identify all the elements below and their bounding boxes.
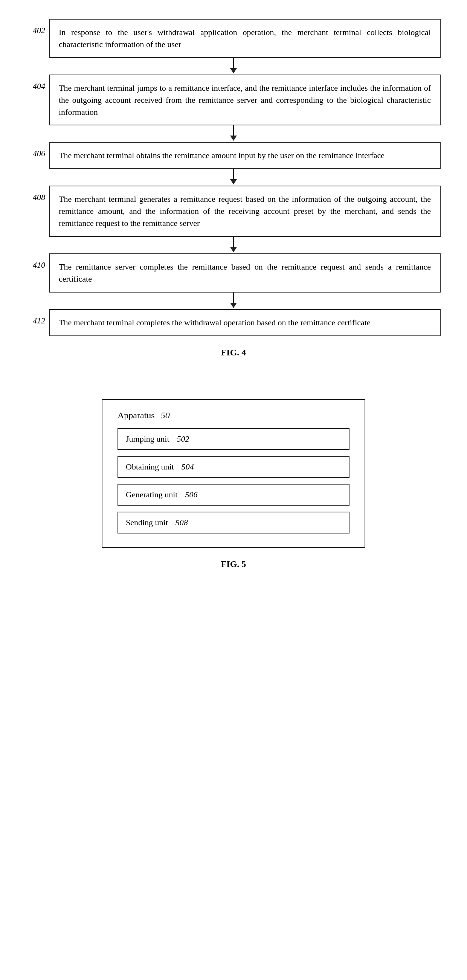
step-text-406: The merchant terminal obtains the remitt… <box>59 151 384 160</box>
unit-jumping-num: 502 <box>177 434 190 444</box>
step-box-410: The remittance server completes the remi… <box>49 253 441 293</box>
step-label-412: 412 <box>26 309 49 326</box>
arrow-head-2 <box>230 135 237 141</box>
step-box-408: The merchant terminal generates a remitt… <box>49 186 441 237</box>
step-label-402: 402 <box>26 19 49 35</box>
flow-step-408: 408 The merchant terminal generates a re… <box>26 186 441 237</box>
step-box-402: In response to the user's withdrawal app… <box>49 19 441 58</box>
flow-step-410: 410 The remittance server completes the … <box>26 253 441 293</box>
step-box-412: The merchant terminal completes the with… <box>49 309 441 336</box>
unit-sending-label: Sending unit <box>126 518 168 527</box>
unit-sending-num: 508 <box>175 518 188 527</box>
step-text-402: In response to the user's withdrawal app… <box>59 27 431 49</box>
flow-step-404: 404 The merchant terminal jumps to a rem… <box>26 75 441 126</box>
step-box-404: The merchant terminal jumps to a remitta… <box>49 75 441 126</box>
flow-step-402: 402 In response to the user's withdrawal… <box>26 19 441 58</box>
step-text-412: The merchant terminal completes the with… <box>59 318 371 327</box>
unit-obtaining: Obtaining unit 504 <box>118 456 349 478</box>
unit-jumping-label: Jumping unit <box>126 434 169 444</box>
step-text-410: The remittance server completes the remi… <box>59 262 431 283</box>
arrow-line-4 <box>233 237 234 248</box>
apparatus-num: 50 <box>161 410 170 420</box>
fig5-diagram: Apparatus 50 Jumping unit 502 Obtaining … <box>22 391 445 603</box>
arrow-3 <box>26 169 441 186</box>
arrow-head-1 <box>230 68 237 73</box>
arrow-line-1 <box>233 58 234 69</box>
unit-generating-num: 506 <box>185 490 198 500</box>
unit-jumping: Jumping unit 502 <box>118 428 349 450</box>
step-label-408: 408 <box>26 186 49 202</box>
apparatus-container: Apparatus 50 Jumping unit 502 Obtaining … <box>102 399 365 548</box>
unit-generating: Generating unit 506 <box>118 484 349 506</box>
step-label-406: 406 <box>26 142 49 159</box>
arrow-head-4 <box>230 247 237 252</box>
apparatus-title: Apparatus 50 <box>118 410 349 420</box>
flow-step-406: 406 The merchant terminal obtains the re… <box>26 142 441 169</box>
arrow-1 <box>26 58 441 75</box>
unit-generating-label: Generating unit <box>126 490 177 500</box>
flow-step-412: 412 The merchant terminal completes the … <box>26 309 441 336</box>
unit-obtaining-label: Obtaining unit <box>126 462 174 472</box>
step-text-408: The merchant terminal generates a remitt… <box>59 194 431 228</box>
arrow-line-3 <box>233 169 234 180</box>
arrow-head-3 <box>230 179 237 185</box>
step-text-404: The merchant terminal jumps to a remitta… <box>59 83 431 117</box>
arrow-4 <box>26 237 441 253</box>
apparatus-label: Apparatus <box>118 410 155 420</box>
fig5-caption: FIG. 5 <box>221 559 246 569</box>
arrow-2 <box>26 126 441 142</box>
arrow-5 <box>26 293 441 309</box>
page: 402 In response to the user's withdrawal… <box>0 0 467 614</box>
step-label-410: 410 <box>26 253 49 270</box>
arrow-line-2 <box>233 126 234 137</box>
fig4-caption: FIG. 4 <box>221 347 246 358</box>
unit-sending: Sending unit 508 <box>118 512 349 533</box>
fig4-flowchart: 402 In response to the user's withdrawal… <box>22 11 445 391</box>
step-label-404: 404 <box>26 75 49 91</box>
unit-obtaining-num: 504 <box>182 462 194 472</box>
step-box-406: The merchant terminal obtains the remitt… <box>49 142 441 169</box>
arrow-head-5 <box>230 303 237 308</box>
arrow-line-5 <box>233 293 234 304</box>
